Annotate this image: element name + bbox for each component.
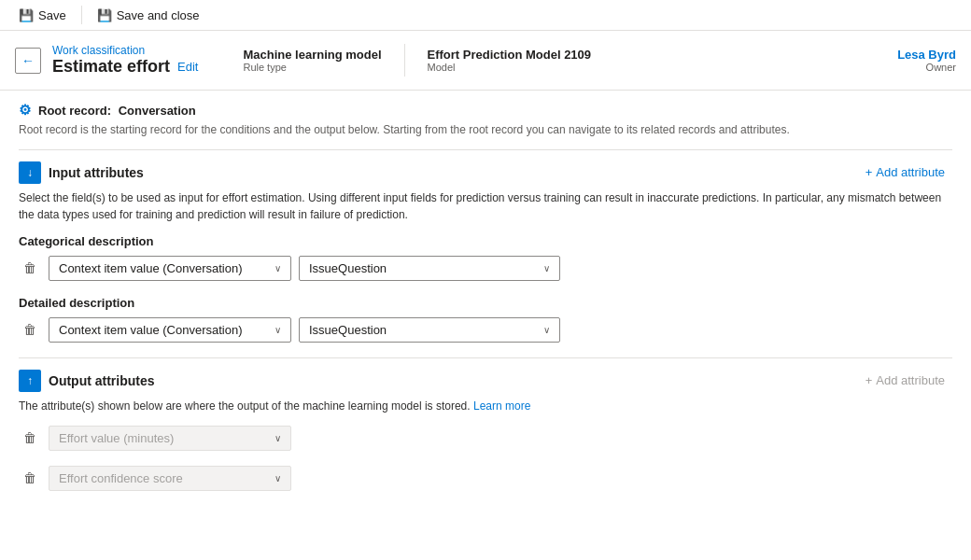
model-meta: Effort Prediction Model 2109 Model [428,44,614,77]
delete-detailed-icon: 🗑 [23,322,36,337]
output-item-1-group: 🗑 Effort value (minutes) ∨ [19,426,952,451]
main-content: ⚙ Root record: Conversation Root record … [0,91,971,553]
categorical-description-row: 🗑 Context item value (Conversation) ∨ Is… [19,256,952,281]
detailed-dropdown-2-value: IssueQuestion [309,323,387,337]
detailed-description-group: Detailed description 🗑 Context item valu… [19,296,952,343]
output-item-2-group: 🗑 Effort confidence score ∨ [19,466,952,491]
toolbar: 💾 Save 💾 Save and close [0,0,971,31]
page-title: Estimate effort Edit [52,57,198,77]
categorical-dropdown-1[interactable]: Context item value (Conversation) ∨ [49,256,291,281]
header-bar: ← Work classification Estimate effort Ed… [0,31,971,91]
header-title-group: Work classification Estimate effort Edit [52,44,198,77]
save-icon: 💾 [19,8,34,22]
detailed-description-label: Detailed description [19,296,952,310]
back-arrow-icon: ← [21,53,35,68]
output-attributes-header-left: ↑ Output attributes [19,370,155,392]
model-label: Model [428,62,592,73]
output-attributes-icon: ↑ [19,370,41,392]
root-record-icon: ⚙ [19,102,31,119]
edit-link[interactable]: Edit [177,60,198,74]
rule-type-meta: Machine learning model Rule type [243,44,404,77]
breadcrumb[interactable]: Work classification [52,44,198,57]
owner-name: Lesa Byrd [897,48,956,62]
owner-label: Owner [897,62,956,73]
delete-output-1-icon: 🗑 [23,430,36,445]
input-attributes-header-left: ↓ Input attributes [19,161,144,184]
toolbar-divider [81,6,82,24]
input-attributes-section: ↓ Input attributes + Add attribute Selec… [19,161,952,343]
output-item-1-dropdown: Effort value (minutes) ∨ [49,426,291,451]
rule-type-label: Rule type [243,62,381,73]
header-owner: Lesa Byrd Owner [897,48,956,73]
categorical-description-label: Categorical description [19,234,952,248]
categorical-description-group: Categorical description 🗑 Context item v… [19,234,952,281]
input-attributes-icon: ↓ [19,161,41,184]
root-record-section: ⚙ Root record: Conversation Root record … [19,102,952,138]
detailed-dropdown-2-chevron: ∨ [543,325,550,335]
back-button[interactable]: ← [15,48,41,74]
input-attributes-description: Select the field(s) to be used as input … [19,189,952,223]
output-item-2-dropdown: Effort confidence score ∨ [49,466,291,491]
detailed-dropdown-1-value: Context item value (Conversation) [59,323,243,337]
output-attributes-title: Output attributes [49,373,155,388]
root-record-value: Conversation [119,104,196,118]
delete-output-2-icon: 🗑 [23,470,36,485]
save-close-label: Save and close [117,8,200,22]
output-item-1-chevron: ∨ [274,433,281,443]
save-button[interactable]: 💾 Save [11,5,74,26]
add-input-attribute-label: Add attribute [876,165,945,179]
add-icon: + [865,165,873,179]
output-item-1-value: Effort value (minutes) [59,431,174,445]
root-record-header: ⚙ Root record: Conversation [19,102,952,119]
output-item-2-value: Effort confidence score [59,471,183,485]
delete-detailed-button[interactable]: 🗑 [19,318,41,341]
detailed-dropdown-1[interactable]: Context item value (Conversation) ∨ [49,317,291,343]
output-attributes-section: ↑ Output attributes + Add attribute The … [19,370,952,491]
save-label: Save [38,8,66,22]
save-close-button[interactable]: 💾 Save and close [90,5,207,26]
categorical-dropdown-1-chevron: ∨ [274,263,281,273]
output-up-icon: ↑ [27,374,33,387]
save-close-icon: 💾 [97,8,112,22]
input-down-icon: ↓ [27,166,33,179]
add-input-attribute-button[interactable]: + Add attribute [858,161,952,183]
delete-categorical-button[interactable]: 🗑 [19,257,41,279]
categorical-dropdown-2-value: IssueQuestion [309,261,387,275]
model-value: Effort Prediction Model 2109 [428,48,592,62]
root-record-description: Root record is the starting record for t… [19,122,952,138]
categorical-dropdown-2-chevron: ∨ [543,263,550,273]
rule-type-value: Machine learning model [243,48,381,62]
categorical-dropdown-1-value: Context item value (Conversation) [59,261,243,275]
delete-output-1-button[interactable]: 🗑 [19,427,41,449]
detailed-dropdown-2[interactable]: IssueQuestion ∨ [299,317,560,343]
section-divider-2 [19,357,952,358]
output-item-2-chevron: ∨ [274,473,281,483]
categorical-dropdown-2[interactable]: IssueQuestion ∨ [299,256,560,281]
output-item-1-row: 🗑 Effort value (minutes) ∨ [19,426,952,451]
input-attributes-header-row: ↓ Input attributes + Add attribute [19,161,952,184]
section-divider-1 [19,149,952,150]
add-output-attribute-label: Add attribute [876,373,945,387]
detailed-description-row: 🗑 Context item value (Conversation) ∨ Is… [19,317,952,343]
delete-output-2-button[interactable]: 🗑 [19,467,41,489]
add-output-attribute-button: + Add attribute [858,370,952,391]
delete-categorical-icon: 🗑 [23,260,36,275]
add-output-icon: + [865,373,873,387]
input-attributes-title: Input attributes [49,165,144,180]
output-attributes-description: The attribute(s) shown below are where t… [19,398,952,414]
header-meta-group: Machine learning model Rule type Effort … [243,44,636,77]
root-record-label: Root record: Conversation [38,104,196,118]
detailed-dropdown-1-chevron: ∨ [274,325,281,335]
output-attributes-header-row: ↑ Output attributes + Add attribute [19,370,952,392]
learn-more-link[interactable]: Learn more [473,399,530,413]
output-item-2-row: 🗑 Effort confidence score ∨ [19,466,952,491]
